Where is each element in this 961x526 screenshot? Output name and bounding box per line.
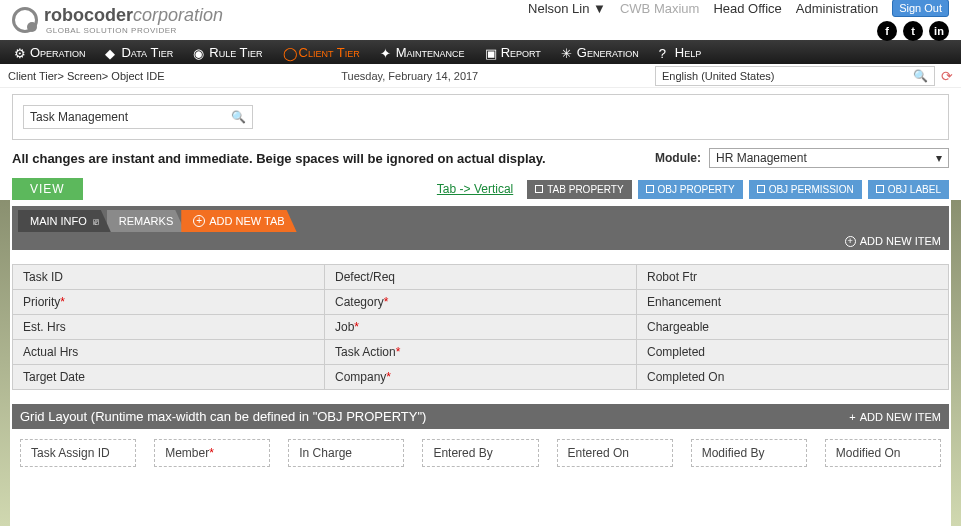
twitter-icon[interactable]: t <box>903 21 923 41</box>
square-icon <box>757 185 765 193</box>
link-administration[interactable]: Administration <box>796 1 878 16</box>
chevron-down-icon: ▾ <box>936 151 942 165</box>
field-cell[interactable]: Task ID <box>13 265 325 289</box>
field-cell[interactable]: Completed <box>637 340 948 364</box>
search-value: Task Management <box>30 110 128 124</box>
nav-generation[interactable]: ✳Generation <box>553 45 647 60</box>
field-cell[interactable]: Robot Ftr <box>637 265 948 289</box>
breadcrumb-row: Client Tier> Screen> Object IDE Tuesday,… <box>0 64 961 88</box>
obj-permission-button[interactable]: OBJ PERMISSION <box>749 180 862 199</box>
field-cell[interactable]: Est. Hrs <box>13 315 325 339</box>
tab-property-button[interactable]: TAB PROPERTY <box>527 180 631 199</box>
fields-row: Est. HrsJob*Chargeable <box>13 315 948 340</box>
module-select[interactable]: HR Management ▾ <box>709 148 949 168</box>
field-cell[interactable]: Task Action* <box>325 340 637 364</box>
grid-add-item-button[interactable]: +ADD NEW ITEM <box>849 411 941 423</box>
field-cell[interactable]: Completed On <box>637 365 948 389</box>
data-icon: ◆ <box>105 46 117 58</box>
required-marker: * <box>209 446 214 460</box>
grid-layout-header: Grid Layout (Runtime max-width can be de… <box>12 404 949 429</box>
nav-report[interactable]: ▣Report <box>477 45 549 60</box>
view-button[interactable]: VIEW <box>12 178 83 200</box>
grid-column[interactable]: Modified By <box>691 439 807 467</box>
field-cell[interactable]: Chargeable <box>637 315 948 339</box>
brand-tagline: GLOBAL SOLUTION PROVIDER <box>46 26 223 35</box>
required-marker: * <box>386 370 391 384</box>
search-icon[interactable]: 🔍 <box>913 69 928 83</box>
add-item-button[interactable]: +ADD NEW ITEM <box>12 232 949 250</box>
fields-row: Actual HrsTask Action*Completed <box>13 340 948 365</box>
plus-icon: + <box>849 411 855 423</box>
language-select[interactable]: English (United States) 🔍 <box>655 66 935 86</box>
tab-main-info[interactable]: MAIN INFO⎚ <box>18 210 111 232</box>
required-marker: * <box>60 295 65 309</box>
gear-icon: ⚙ <box>14 46 26 58</box>
square-icon <box>876 185 884 193</box>
brand: robocodercorporation GLOBAL SOLUTION PRO… <box>12 5 223 35</box>
fields-row: Task IDDefect/ReqRobot Ftr <box>13 265 948 290</box>
nav-rule-tier[interactable]: ◉Rule Tier <box>185 45 270 60</box>
tab-vertical-link[interactable]: Tab -> Vertical <box>437 182 513 196</box>
close-icon[interactable]: ⎚ <box>93 216 99 227</box>
refresh-icon[interactable]: ⟳ <box>941 68 953 84</box>
module-value: HR Management <box>716 151 807 165</box>
field-cell[interactable]: Enhancement <box>637 290 948 314</box>
grid-column[interactable]: Task Assign ID <box>20 439 136 467</box>
required-marker: * <box>396 345 401 359</box>
field-cell[interactable]: Priority* <box>13 290 325 314</box>
required-marker: * <box>384 295 389 309</box>
obj-property-button[interactable]: OBJ PROPERTY <box>638 180 743 199</box>
brand-name: robocodercorporation <box>44 5 223 25</box>
field-cell[interactable]: Job* <box>325 315 637 339</box>
nav-data-tier[interactable]: ◆Data Tier <box>97 45 181 60</box>
grid-column[interactable]: Member* <box>154 439 270 467</box>
module-label: Module: <box>655 151 701 165</box>
add-tab-button[interactable]: +ADD NEW TAB <box>181 210 296 232</box>
plus-icon: + <box>845 236 856 247</box>
fields-table: Task IDDefect/ReqRobot FtrPriority*Categ… <box>12 264 949 390</box>
grid-column[interactable]: Entered By <box>422 439 538 467</box>
tab-remarks[interactable]: REMARKS <box>107 210 185 232</box>
field-cell[interactable]: Actual Hrs <box>13 340 325 364</box>
language-value: English (United States) <box>662 70 775 82</box>
main-nav: ⚙Operation ◆Data Tier ◉Rule Tier ◯Client… <box>0 40 961 64</box>
obj-label-button[interactable]: OBJ LABEL <box>868 180 949 199</box>
facebook-icon[interactable]: f <box>877 21 897 41</box>
field-cell[interactable]: Company* <box>325 365 637 389</box>
gen-icon: ✳ <box>561 46 573 58</box>
grid-column[interactable]: In Charge <box>288 439 404 467</box>
nav-help[interactable]: ?Help <box>651 45 709 60</box>
breadcrumb: Client Tier> Screen> Object IDE <box>8 70 165 82</box>
signout-button[interactable]: Sign Out <box>892 0 949 17</box>
tab-bar: MAIN INFO⎚ REMARKS +ADD NEW TAB <box>12 206 949 232</box>
plus-icon: + <box>193 215 205 227</box>
fields-row: Priority*Category*Enhancement <box>13 290 948 315</box>
wrench-icon: ✦ <box>380 46 392 58</box>
fields-row: Target DateCompany*Completed On <box>13 365 948 389</box>
field-cell[interactable]: Defect/Req <box>325 265 637 289</box>
client-icon: ◯ <box>283 46 295 58</box>
search-icon[interactable]: 🔍 <box>231 110 246 124</box>
report-icon: ▣ <box>485 46 497 58</box>
required-marker: * <box>354 320 359 334</box>
square-icon <box>535 185 543 193</box>
grid-title: Grid Layout (Runtime max-width can be de… <box>20 409 426 424</box>
object-search-input[interactable]: Task Management 🔍 <box>23 105 253 129</box>
nav-client-tier[interactable]: ◯Client Tier <box>275 45 368 60</box>
field-cell[interactable]: Target Date <box>13 365 325 389</box>
user-menu[interactable]: Nelson Lin ▼ <box>528 1 606 16</box>
nav-operation[interactable]: ⚙Operation <box>6 45 93 60</box>
grid-column[interactable]: Modified On <box>825 439 941 467</box>
help-icon: ? <box>659 46 671 58</box>
search-panel: Task Management 🔍 <box>12 94 949 140</box>
nav-maintenance[interactable]: ✦Maintenance <box>372 45 473 60</box>
brand-logo-icon <box>12 7 38 33</box>
grid-columns: Task Assign IDMember*In ChargeEntered By… <box>12 429 949 477</box>
page-header: robocodercorporation GLOBAL SOLUTION PRO… <box>0 0 961 40</box>
linkedin-icon[interactable]: in <box>929 21 949 41</box>
link-head-office[interactable]: Head Office <box>713 1 781 16</box>
field-cell[interactable]: Category* <box>325 290 637 314</box>
info-message: All changes are instant and immediate. B… <box>12 151 546 166</box>
grid-column[interactable]: Entered On <box>557 439 673 467</box>
link-cwb[interactable]: CWB Maxium <box>620 1 699 16</box>
